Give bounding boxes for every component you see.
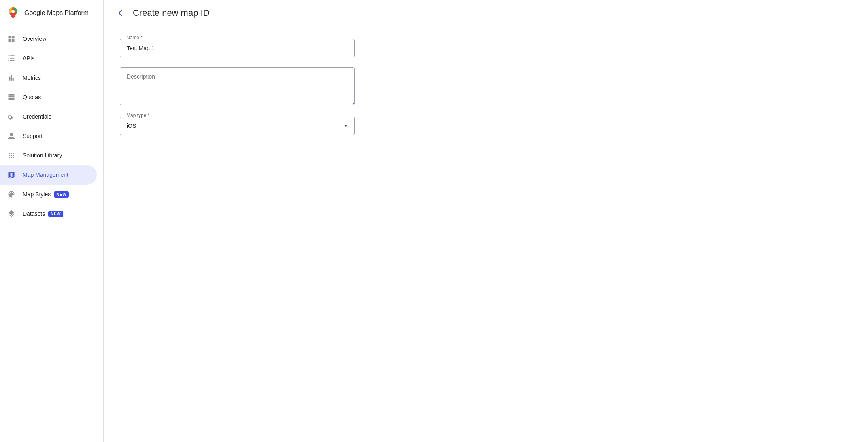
- sidebar-item-map-management[interactable]: Map Management: [0, 165, 97, 185]
- person-icon: [6, 131, 16, 141]
- main-header: Create new map ID: [104, 0, 868, 26]
- palette-icon: [6, 189, 16, 199]
- table-icon: [6, 92, 16, 102]
- grid-icon: [6, 34, 16, 44]
- sidebar: Google Maps Platform Overview APIs Metri…: [0, 0, 104, 442]
- app-title: Google Maps Platform: [24, 9, 89, 17]
- layers-icon: [6, 209, 16, 219]
- name-field: Name: [120, 39, 355, 57]
- sidebar-header: Google Maps Platform: [0, 0, 103, 26]
- map-type-label: Map type: [125, 113, 151, 118]
- sidebar-item-label-credentials: Credentials: [23, 113, 51, 120]
- sidebar-item-overview[interactable]: Overview: [0, 29, 97, 49]
- sidebar-item-solution-library[interactable]: Solution Library: [0, 146, 97, 165]
- sidebar-item-label-apis: APIs: [23, 55, 35, 62]
- sidebar-item-metrics[interactable]: Metrics: [0, 68, 97, 87]
- apps-icon: [6, 151, 16, 160]
- sidebar-item-label-quotas: Quotas: [23, 94, 41, 100]
- name-label: Name: [125, 35, 144, 40]
- sidebar-item-label-map-management: Map Management: [23, 172, 68, 178]
- sidebar-item-label-datasets: Datasets: [23, 210, 45, 217]
- form-container: Name Map type JavaScript Android iOS: [120, 39, 355, 135]
- sidebar-item-quotas[interactable]: Quotas: [0, 87, 97, 107]
- sidebar-item-credentials[interactable]: Credentials: [0, 107, 97, 126]
- sidebar-item-label-support: Support: [23, 133, 43, 139]
- sidebar-item-label-overview: Overview: [23, 36, 46, 42]
- sidebar-nav: Overview APIs Metrics Quotas: [0, 26, 103, 442]
- datasets-badge: NEW: [48, 211, 63, 217]
- svg-point-0: [11, 10, 15, 13]
- main-content: Create new map ID Name Map type JavaScri…: [104, 0, 868, 442]
- map-styles-badge: NEW: [54, 191, 69, 198]
- name-input[interactable]: [120, 39, 355, 57]
- sidebar-item-datasets[interactable]: Datasets NEW: [0, 204, 97, 223]
- map-type-select-wrapper: JavaScript Android iOS: [120, 117, 355, 135]
- map-icon: [6, 170, 16, 180]
- back-button[interactable]: [113, 5, 130, 21]
- sidebar-item-label-solution-library: Solution Library: [23, 152, 62, 159]
- sidebar-item-label-map-styles: Map Styles: [23, 191, 51, 198]
- bar-chart-icon: [6, 73, 16, 83]
- description-input[interactable]: [120, 67, 355, 105]
- map-type-select[interactable]: JavaScript Android iOS: [120, 117, 355, 135]
- sidebar-item-support[interactable]: Support: [0, 126, 97, 146]
- key-icon: [6, 112, 16, 121]
- sidebar-item-label-metrics: Metrics: [23, 74, 41, 81]
- list-icon: [6, 53, 16, 63]
- description-field: [120, 67, 355, 107]
- map-type-field: Map type JavaScript Android iOS: [120, 117, 355, 135]
- main-body: Name Map type JavaScript Android iOS: [104, 26, 868, 442]
- google-maps-logo: [6, 6, 19, 19]
- page-title: Create new map ID: [133, 8, 210, 18]
- sidebar-item-map-styles[interactable]: Map Styles NEW: [0, 185, 97, 204]
- sidebar-item-apis[interactable]: APIs: [0, 49, 97, 68]
